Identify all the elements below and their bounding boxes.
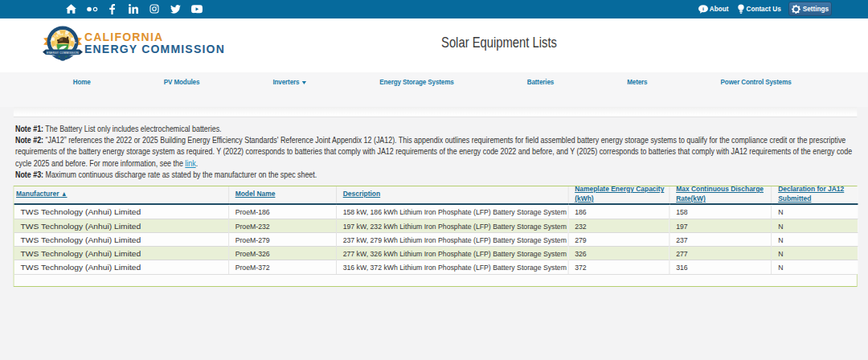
svg-text:ENERGY COMMISSION: ENERGY COMMISSION xyxy=(47,51,79,55)
svg-text:i: i xyxy=(702,6,704,11)
